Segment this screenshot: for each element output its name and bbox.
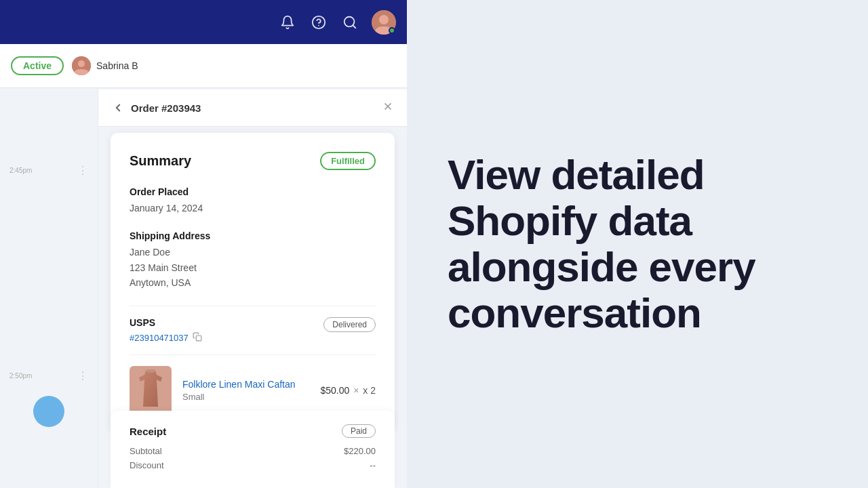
sidebar-item-2[interactable]: 2:50pm ⋮: [0, 361, 98, 390]
product-item: Folklore Linen Maxi Caftan Small $50.00 …: [130, 366, 376, 415]
chat-avatar-bubble: [33, 396, 64, 427]
discount-value: --: [370, 460, 376, 470]
subtotal-value: $220.00: [344, 446, 376, 456]
shipping-name: Jane Doe: [130, 245, 376, 260]
sidebar-time-1: 2:45pm: [9, 167, 32, 174]
tracking-info: USPS #23910471037: [130, 317, 202, 344]
svg-line-3: [353, 25, 355, 28]
copy-icon[interactable]: [193, 332, 202, 344]
user-avatar-small: [72, 56, 91, 75]
discount-row: Discount --: [130, 460, 376, 470]
marketing-panel: View detailed Shopify data alongside eve…: [407, 0, 868, 488]
order-placed-label: Order Placed: [130, 186, 376, 197]
sidebar-options-1[interactable]: ⋮: [77, 164, 88, 177]
order-navigation: Order #203943: [112, 102, 201, 114]
user-avatar[interactable]: [372, 10, 396, 35]
product-name[interactable]: Folklore Linen Maxi Caftan: [182, 379, 310, 390]
product-details: Folklore Linen Maxi Caftan Small: [182, 379, 310, 402]
carrier-name: USPS: [130, 317, 202, 328]
user-name-label: Sabrina B: [96, 60, 138, 71]
tracking-section: USPS #23910471037 Delivered: [130, 317, 376, 344]
product-divider: [130, 354, 376, 355]
svg-rect-10: [196, 336, 201, 341]
product-variant: Small: [182, 392, 310, 402]
subtotal-label: Subtotal: [130, 446, 162, 456]
shipping-address-label: Shipping Address: [130, 230, 376, 241]
delivered-badge: Delivered: [323, 317, 376, 332]
paid-badge: Paid: [342, 424, 376, 438]
order-placed-date: January 14, 2024: [130, 201, 376, 216]
sidebar-item-1[interactable]: 2:45pm ⋮: [0, 156, 98, 185]
online-indicator: [389, 27, 395, 34]
svg-point-7: [78, 60, 85, 67]
subtotal-row: Subtotal $220.00: [130, 446, 376, 456]
order-placed-section: Order Placed January 14, 2024: [130, 186, 376, 216]
marketing-headline: View detailed Shopify data alongside eve…: [448, 152, 827, 337]
summary-title: Summary: [130, 153, 191, 169]
sidebar-options-2[interactable]: ⋮: [77, 369, 88, 382]
receipt-title: Receipt: [130, 426, 166, 437]
back-button[interactable]: [112, 102, 124, 114]
section-divider: [130, 306, 376, 306]
product-image: [130, 366, 172, 415]
fulfilled-badge: Fulfilled: [320, 152, 376, 170]
order-title: Order #203943: [131, 102, 201, 114]
svg-point-5: [379, 15, 389, 24]
close-button[interactable]: [382, 101, 393, 115]
sidebar-panel: 2:45pm ⋮ 2:50pm ⋮: [0, 88, 98, 488]
shipping-city: Anytown, USA: [130, 275, 376, 290]
conversation-user[interactable]: Sabrina B: [72, 56, 138, 75]
shipping-street: 123 Main Street: [130, 260, 376, 275]
tracking-number-row: #23910471037: [130, 332, 202, 344]
receipt-header: Receipt Paid: [130, 424, 376, 438]
help-icon[interactable]: [309, 13, 328, 32]
discount-label: Discount: [130, 460, 164, 470]
card-header: Summary Fulfilled: [130, 152, 376, 170]
receipt-section: Receipt Paid Subtotal $220.00 Discount -…: [111, 411, 395, 488]
tracking-link[interactable]: #23910471037: [130, 333, 189, 343]
active-badge: Active: [11, 56, 64, 75]
order-panel-header: Order #203943: [98, 89, 407, 127]
search-icon[interactable]: [340, 13, 359, 32]
bell-icon[interactable]: [278, 13, 297, 32]
product-price: $50.00 × x 2: [321, 385, 376, 396]
order-summary-card: Summary Fulfilled Order Placed January 1…: [111, 133, 395, 431]
conversation-header: Active Sabrina B: [0, 44, 407, 88]
top-navigation: [0, 0, 407, 44]
shipping-address-section: Shipping Address Jane Doe 123 Main Stree…: [130, 230, 376, 290]
sidebar-time-2: 2:50pm: [9, 372, 32, 380]
